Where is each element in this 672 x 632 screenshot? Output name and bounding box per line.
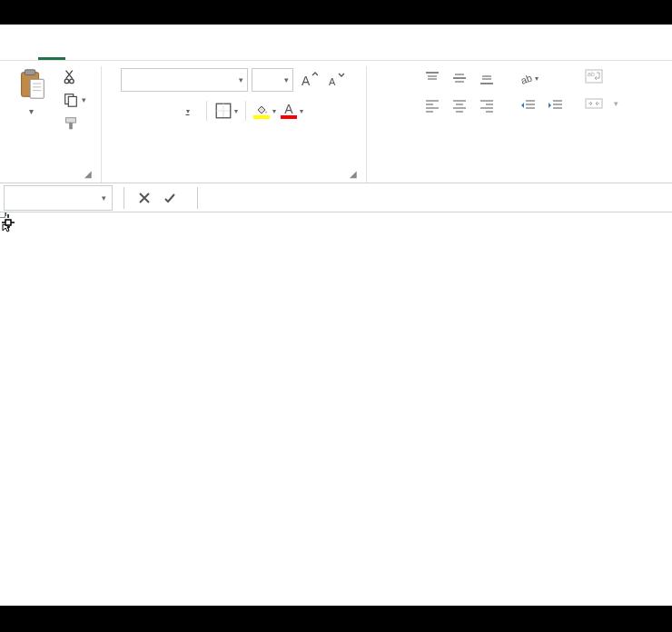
border-button[interactable]: ▾: [214, 99, 238, 123]
orientation-button[interactable]: ab▾: [518, 68, 539, 88]
font-size-combo[interactable]: ▾: [252, 68, 293, 92]
svg-rect-9: [68, 96, 76, 106]
paste-dropdown-icon[interactable]: ▾: [29, 106, 34, 116]
align-left-button[interactable]: [421, 95, 443, 115]
cut-button[interactable]: [63, 68, 86, 84]
italic-button[interactable]: [148, 99, 172, 123]
svg-text:A: A: [301, 74, 311, 88]
ribbon-body: ▾ ▾ ◢: [0, 61, 672, 183]
tab-formulas[interactable]: [120, 44, 147, 60]
formula-input[interactable]: [202, 196, 672, 200]
spreadsheet-grid[interactable]: [0, 212, 672, 588]
name-box[interactable]: ▾: [4, 185, 113, 211]
active-cell-selection: [0, 212, 6, 216]
svg-rect-10: [65, 118, 75, 123]
decrease-indent-button[interactable]: [518, 95, 539, 115]
font-name-combo[interactable]: ▾: [121, 68, 248, 92]
tab-home[interactable]: [38, 41, 65, 60]
increase-font-size-button[interactable]: A: [297, 68, 321, 92]
align-bottom-button[interactable]: [476, 68, 498, 88]
cancel-formula-button[interactable]: [132, 185, 157, 211]
fill-color-button[interactable]: ▾: [253, 99, 277, 123]
increase-indent-button[interactable]: [545, 95, 567, 115]
merge-center-button[interactable]: ▾: [585, 95, 618, 112]
group-clipboard: ▾ ▾ ◢: [0, 66, 102, 183]
svg-text:A: A: [329, 76, 336, 87]
svg-point-7: [69, 79, 74, 84]
tab-dev[interactable]: [229, 44, 256, 60]
svg-rect-2: [30, 79, 44, 98]
font-dialog-launcher-icon[interactable]: ◢: [350, 169, 357, 179]
svg-text:ab: ab: [588, 71, 595, 77]
mouse-cursor-icon: [0, 212, 16, 237]
bold-button[interactable]: [121, 99, 144, 123]
excel-window: ▾ ▾ ◢: [0, 25, 672, 606]
svg-rect-11: [69, 123, 73, 129]
clipboard-dialog-launcher-icon[interactable]: ◢: [84, 169, 92, 179]
group-alignment: ab▾ ab: [367, 66, 672, 183]
formula-bar: ▾: [0, 183, 672, 212]
underline-button[interactable]: ▾: [175, 99, 199, 123]
chevron-down-icon: ▾: [239, 75, 243, 84]
font-color-button[interactable]: A ▾: [281, 99, 304, 123]
copy-button[interactable]: ▾: [63, 92, 86, 108]
tab-page-layout[interactable]: [93, 44, 120, 60]
group-font: ▾ ▾ A A: [102, 66, 367, 183]
ribbon-tabs: [0, 25, 672, 61]
wrap-text-button[interactable]: ab: [585, 68, 618, 84]
paste-icon[interactable]: [14, 66, 50, 103]
svg-rect-47: [586, 99, 602, 108]
tab-file[interactable]: [11, 44, 38, 60]
align-middle-button[interactable]: [449, 68, 470, 88]
decrease-font-size-button[interactable]: A: [324, 68, 348, 92]
align-right-button[interactable]: [476, 95, 498, 115]
chevron-down-icon: ▾: [284, 75, 289, 84]
tab-insert[interactable]: [65, 44, 93, 60]
align-top-button[interactable]: [421, 68, 443, 88]
tab-view[interactable]: [202, 44, 229, 60]
svg-rect-1: [25, 70, 35, 75]
chevron-down-icon: ▾: [102, 193, 106, 202]
align-center-button[interactable]: [449, 95, 470, 115]
svg-text:ab: ab: [519, 73, 533, 85]
tab-data[interactable]: [147, 44, 174, 60]
enter-formula-button[interactable]: [157, 185, 183, 211]
tab-review[interactable]: [174, 44, 202, 60]
svg-point-6: [64, 79, 69, 84]
format-painter-button[interactable]: [63, 115, 86, 132]
